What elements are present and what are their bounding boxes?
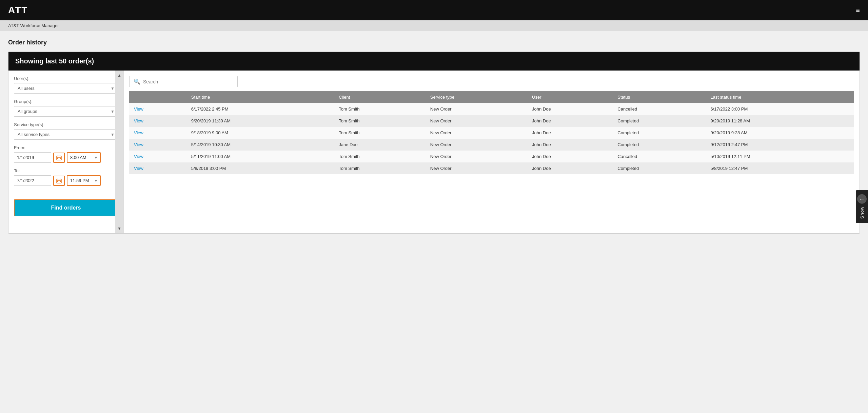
last-status-time-cell: 5/8/2019 12:47 PM — [706, 162, 854, 174]
to-time-select[interactable]: 11:59 PM — [67, 175, 101, 186]
main-card: Showing last 50 order(s) User(s): All us… — [8, 52, 860, 234]
users-select-wrap: All users ▼ — [14, 83, 118, 94]
users-label: User(s): — [14, 76, 118, 81]
client-cell: Tom Smith — [334, 151, 426, 162]
user-cell: John Doe — [527, 151, 613, 162]
last-status-time-cell: 6/17/2022 3:00 PM — [706, 103, 854, 115]
last-status-time-cell: 9/20/2019 11:28 AM — [706, 115, 854, 127]
from-time-select-wrap: 8:00 AM ▼ — [67, 152, 101, 163]
from-time-select[interactable]: 8:00 AM — [67, 152, 101, 163]
menu-icon[interactable]: ≡ — [856, 6, 860, 14]
start-time-cell: 9/20/2019 11:30 AM — [186, 115, 334, 127]
view-link[interactable]: View — [134, 106, 143, 112]
table-row: View 5/11/2019 11:00 AM Tom Smith New Or… — [129, 151, 854, 162]
to-time-select-wrap: 11:59 PM ▼ — [67, 175, 101, 186]
users-select[interactable]: All users — [14, 83, 118, 94]
start-time-cell: 5/14/2019 10:30 AM — [186, 139, 334, 151]
search-input[interactable] — [143, 79, 233, 84]
groups-label: Group(s): — [14, 99, 118, 104]
user-cell: John Doe — [527, 139, 613, 151]
view-link[interactable]: View — [134, 118, 143, 123]
view-link[interactable]: View — [134, 130, 143, 135]
client-cell: Tom Smith — [334, 162, 426, 174]
client-cell: Tom Smith — [334, 127, 426, 139]
from-label: From: — [14, 145, 118, 150]
col-last-status-time: Last status time — [706, 91, 854, 103]
last-status-time-cell: 5/10/2019 12:11 PM — [706, 151, 854, 162]
orders-table: Start time Client Service type User Stat… — [129, 91, 854, 174]
svg-rect-11 — [57, 181, 58, 182]
page-title: Order history — [8, 39, 860, 46]
table-row: View 9/20/2019 11:30 AM Tom Smith New Or… — [129, 115, 854, 127]
col-client: Client — [334, 91, 426, 103]
view-link-cell[interactable]: View — [129, 115, 186, 127]
service-type-cell: New Order — [426, 115, 527, 127]
service-type-select[interactable]: All service types — [14, 129, 118, 140]
status-cell: Completed — [613, 139, 706, 151]
svg-rect-12 — [59, 181, 59, 182]
table-header-row: Start time Client Service type User Stat… — [129, 91, 854, 103]
from-row: 8:00 AM ▼ — [14, 152, 118, 163]
to-calendar-button[interactable] — [53, 176, 65, 186]
from-calendar-button[interactable] — [53, 153, 65, 163]
from-date-input[interactable] — [14, 152, 51, 163]
svg-rect-13 — [60, 181, 61, 182]
user-cell: John Doe — [527, 127, 613, 139]
view-link-cell[interactable]: View — [129, 162, 186, 174]
users-filter-section: User(s): All users ▼ — [14, 76, 118, 94]
service-type-filter-section: Service type(s): All service types ▼ — [14, 122, 118, 140]
calendar-icon — [56, 178, 62, 183]
client-cell: Jane Doe — [334, 139, 426, 151]
client-cell: Tom Smith — [334, 103, 426, 115]
show-panel-arrow-icon: ← — [857, 194, 867, 204]
view-link[interactable]: View — [134, 154, 143, 159]
status-cell: Completed — [613, 115, 706, 127]
from-filter-section: From: — [14, 145, 118, 163]
show-panel-label: Show — [860, 206, 865, 219]
col-status: Status — [613, 91, 706, 103]
right-panel: 🔍 Start time Client Service type User St… — [124, 71, 860, 233]
groups-select-wrap: All groups ▼ — [14, 106, 118, 117]
filter-scroll-bar: ▲ ▼ — [115, 71, 123, 233]
svg-rect-4 — [57, 158, 58, 159]
card-header: Showing last 50 order(s) — [8, 52, 860, 71]
start-time-cell: 5/11/2019 11:00 AM — [186, 151, 334, 162]
table-row: View 6/17/2022 2:45 PM Tom Smith New Ord… — [129, 103, 854, 115]
service-type-label: Service type(s): — [14, 122, 118, 127]
start-time-cell: 6/17/2022 2:45 PM — [186, 103, 334, 115]
status-cell: Completed — [613, 127, 706, 139]
show-panel[interactable]: ← Show — [856, 190, 868, 223]
view-link[interactable]: View — [134, 166, 143, 171]
service-type-cell: New Order — [426, 139, 527, 151]
groups-select[interactable]: All groups — [14, 106, 118, 117]
view-link-cell[interactable]: View — [129, 139, 186, 151]
subtitle-text: AT&T Workforce Manager — [8, 23, 59, 28]
user-cell: John Doe — [527, 162, 613, 174]
svg-rect-6 — [60, 158, 61, 159]
table-row: View 5/14/2019 10:30 AM Jane Doe New Ord… — [129, 139, 854, 151]
filter-panel: User(s): All users ▼ Group(s): All group… — [8, 71, 124, 233]
start-time-cell: 5/8/2019 3:00 PM — [186, 162, 334, 174]
find-orders-button[interactable]: Find orders — [14, 199, 118, 216]
status-cell: Cancelled — [613, 151, 706, 162]
client-cell: Tom Smith — [334, 115, 426, 127]
calendar-icon — [56, 155, 62, 160]
start-time-cell: 9/18/2019 9:00 AM — [186, 127, 334, 139]
col-action — [129, 91, 186, 103]
to-date-input[interactable] — [14, 175, 51, 186]
col-start-time: Start time — [186, 91, 334, 103]
to-label: To: — [14, 168, 118, 173]
search-bar: 🔍 — [129, 76, 238, 87]
service-type-cell: New Order — [426, 151, 527, 162]
search-icon: 🔍 — [134, 78, 140, 85]
view-link-cell[interactable]: View — [129, 103, 186, 115]
table-row: View 5/8/2019 3:00 PM Tom Smith New Orde… — [129, 162, 854, 174]
groups-filter-section: Group(s): All groups ▼ — [14, 99, 118, 117]
view-link-cell[interactable]: View — [129, 127, 186, 139]
subtitle-bar: AT&T Workforce Manager — [0, 20, 868, 31]
col-user: User — [527, 91, 613, 103]
scroll-down-button[interactable]: ▼ — [116, 225, 123, 232]
view-link-cell[interactable]: View — [129, 151, 186, 162]
view-link[interactable]: View — [134, 142, 143, 147]
scroll-up-button[interactable]: ▲ — [116, 72, 123, 79]
